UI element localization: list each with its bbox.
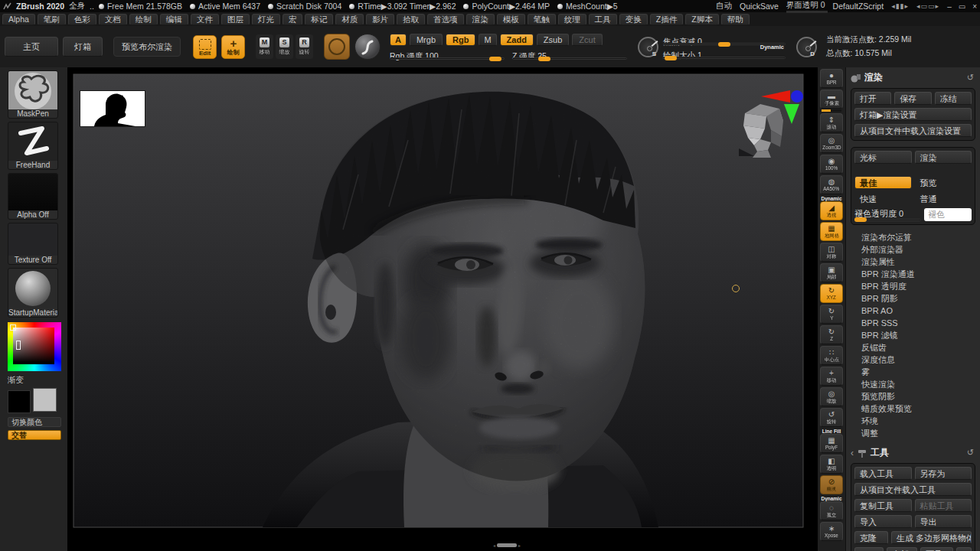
menu-item-笔触[interactable]: 笔触 [528,14,556,25]
texture-selector[interactable]: Texture Off [8,223,58,265]
color-a-button[interactable]: A [390,34,407,46]
canvas-rotate-button[interactable]: ↺旋转 [820,408,843,427]
render-preview-button[interactable]: 预览 [915,176,972,189]
render-section-BPR 阴影[interactable]: BPR 阴影 [857,292,975,305]
menu-item-变换[interactable]: 变换 [619,14,648,25]
rotate-button[interactable]: R 旋转 [296,34,313,59]
local-button[interactable]: ▣局部 [819,263,844,284]
window-minimize-button[interactable]: – [947,2,952,11]
canvas-zoom-button[interactable]: ◎缩放 [820,387,843,406]
render-section-渲染属性[interactable]: 渲染属性 [857,256,975,268]
render-save-button[interactable]: 保存 [894,92,931,105]
menu-item-模板[interactable]: 模板 [497,14,525,25]
render-section-外部渲染器[interactable]: 外部渲染器 [857,243,975,256]
canvas-zoom-button[interactable]: ◎缩放 [819,387,844,408]
canvas-rotate-button[interactable]: ↺旋转 [819,408,844,429]
hue-cursor[interactable] [10,324,16,331]
rotate-xyz-button[interactable]: ↻XYZ [820,284,843,303]
menu-item-影片[interactable]: 影片 [366,14,394,25]
render-section-BPR 滤镜[interactable]: BPR 滤镜 [857,329,975,341]
menu-item-拾取[interactable]: 拾取 [397,14,425,25]
floor-grid-button[interactable]: ▦地网格 [819,222,844,243]
menu-item-Z插件[interactable]: Z插件 [650,14,683,25]
render-section-雾[interactable]: 雾 [857,366,975,378]
render-section-BPR SSS[interactable]: BPR SSS [857,317,975,329]
quicksave-button[interactable]: QuickSave [740,2,779,11]
tool-palette-header[interactable]: ‹ 工具 ↺ [846,444,980,461]
render-button[interactable]: 渲染 [915,151,972,164]
polyframe-button-mode-label[interactable]: Line Fill [822,429,841,434]
bpr-button[interactable]: ●BPR [819,69,844,90]
stroke-dial[interactable] [638,37,658,57]
clone-button[interactable]: 克隆 [854,531,888,544]
render-reload-icon[interactable]: ↺ [967,73,974,83]
ui-opacity-slider[interactable]: 界面透明 0 [786,0,825,13]
edit-button[interactable]: Edit [193,35,217,59]
render-section-渲染布尔运算[interactable]: 渲染布尔运算 [857,231,975,243]
scroll-button[interactable]: ⇕滚动 [819,113,844,134]
z-intensity-slider[interactable]: Z 强度 25 [512,48,627,60]
palette-back-icon[interactable]: ‹ [851,448,854,458]
solo-button-mode-label[interactable]: Dynamic [821,496,841,501]
render-section-预览阴影[interactable]: 预览阴影 [857,390,975,403]
zoom3d-button[interactable]: ◎Zoom3D [819,134,844,155]
zadd-button[interactable]: Zadd [500,34,534,46]
panel-toggle-right-icon[interactable]: ◂▭▭▸ [916,2,939,10]
copy-tool-button[interactable]: 复制工具 [854,499,912,512]
menu-item-笔刷[interactable]: 笔刷 [38,14,66,25]
menu-item-文件[interactable]: 文件 [191,14,219,25]
render-section-快速渲染[interactable]: 快速渲染 [857,378,975,390]
rotate-y-button[interactable]: ↻Y [820,305,843,324]
secondary-color-swatch[interactable] [33,388,57,412]
menu-item-图层[interactable]: 图层 [221,14,250,25]
render-section-调整[interactable]: 调整 [857,427,975,439]
sculpt-canvas[interactable]: ◂ ▸ [67,67,818,551]
alternate-button[interactable]: 交替 [8,430,61,440]
canvas-move-button[interactable]: +移动 [820,367,843,386]
solo-button[interactable]: Dynamic◌孤立 [819,496,844,522]
window-close-button[interactable]: × [972,2,977,11]
depth-dial[interactable] [796,37,817,57]
subpixel-button[interactable]: ▬子像素 [819,90,844,113]
render-best-button[interactable]: 最佳 [854,176,912,189]
floor-grid-button[interactable]: ▦地网格 [820,222,843,241]
bpr-button[interactable]: ●BPR [820,69,843,88]
current-brush-button[interactable] [324,34,350,60]
rotate-z-button[interactable]: ↻Z [820,325,843,344]
lightbox-render-settings-button[interactable]: 灯箱▶渲染设置 [854,108,972,121]
alpha-selector[interactable]: Alpha Off [8,173,58,220]
document-preview-thumbnail[interactable] [80,90,145,127]
symmetry-button[interactable]: ◫对称 [820,243,843,262]
rotate-z-button[interactable]: ↻Z [819,325,844,346]
canvas-scrollbar[interactable]: ◂ ▸ [493,543,521,548]
render-palette-header[interactable]: 渲染 ↺ [846,69,980,86]
import-button[interactable]: 导入 [854,515,912,528]
fade-color-swatch[interactable]: 褪色 [924,208,972,221]
render-section-BPR AO[interactable]: BPR AO [857,305,975,317]
frame-button[interactable]: ∷中心点 [819,346,844,367]
xpose-button[interactable]: ∗Xpose [820,522,843,541]
menu-item-色彩[interactable]: 色彩 [68,14,96,25]
render-open-button[interactable]: 打开 [854,92,891,105]
menu-item-灯光[interactable]: 灯光 [252,14,280,25]
main-color-swatch[interactable] [8,390,31,413]
render-section-BPR 渲染通道[interactable]: BPR 渲染通道 [857,268,975,280]
panel-toggle-left-icon[interactable]: ◂▮▮▸ [891,2,909,10]
polyframe-button[interactable]: ▦PolyF [820,434,843,453]
render-section-BPR 透明度[interactable]: BPR 透明度 [857,280,975,292]
draw-button[interactable]: 绘制 [221,35,245,59]
load-tool-from-project-button[interactable]: 从项目文件载入工具 [854,483,972,496]
zoom3d-button[interactable]: ◎Zoom3D [820,134,843,153]
material-selector[interactable]: StartupMaterial [8,268,58,318]
subpixel-button-slider[interactable] [822,109,841,112]
menu-item-宏[interactable]: 宏 [283,14,303,25]
menu-item-材质[interactable]: 材质 [335,14,364,25]
current-stroke-button[interactable] [354,34,381,60]
move-button[interactable]: M 移动 [256,34,273,59]
scale-button[interactable]: S 缩放 [276,34,293,59]
goz-button[interactable]: GoZ [854,547,884,551]
solo-button[interactable]: ◌孤立 [820,501,843,520]
menu-item-编辑[interactable]: 编辑 [160,14,188,25]
symmetry-button[interactable]: ◫对称 [819,243,844,263]
perspective-button-mode-label[interactable]: Dynamic [821,196,841,201]
